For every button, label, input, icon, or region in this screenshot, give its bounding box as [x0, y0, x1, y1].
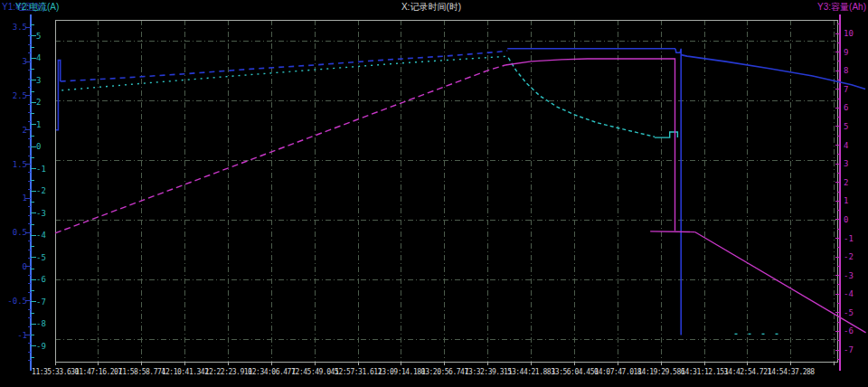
battery-test-chart-window: { "window": { "y1_axis_title": "Y1:电压(V)… [0, 0, 868, 387]
y2-axis-title: Y2:电流(A) [15, 2, 59, 12]
plot-area[interactable] [55, 20, 837, 362]
